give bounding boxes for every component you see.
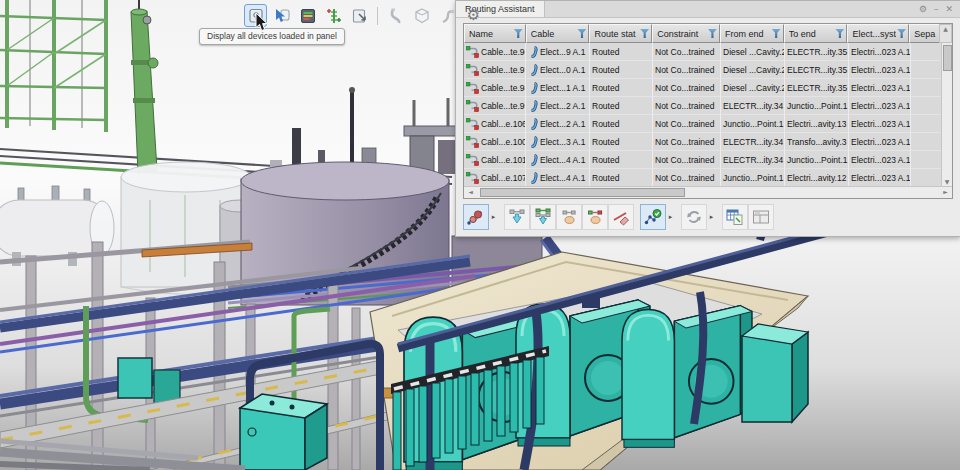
column-header-to-end[interactable]: To end xyxy=(784,24,848,43)
column-header-constraint[interactable]: Constraint xyxy=(652,24,720,43)
cable-route-icon xyxy=(466,136,479,148)
cell-separation xyxy=(911,151,941,169)
dropdown-arrow[interactable]: ▸ xyxy=(666,204,675,230)
erase-route-button[interactable] xyxy=(608,204,634,230)
dropdown-arrow[interactable]: ▸ xyxy=(489,204,498,230)
cell-name: Cabl...e.100 xyxy=(481,137,526,147)
table-row[interactable]: Cabl...e.106 Elect...2 A.1 Routed Not Co… xyxy=(464,115,941,133)
cable-icon xyxy=(528,172,538,184)
horizontal-scroll-thumb[interactable] xyxy=(480,188,685,197)
validate-routes-icon xyxy=(644,208,662,226)
cable-icon xyxy=(528,64,538,76)
cell-cable: Elect...4 A.1 xyxy=(540,173,585,183)
cell-from-end: ELECTR...ity.34 xyxy=(721,151,785,169)
report-view-button[interactable] xyxy=(748,204,774,230)
cable-route-icon xyxy=(466,82,479,94)
cable-route-icon xyxy=(466,100,479,112)
filter-icon[interactable] xyxy=(708,29,717,38)
cell-electrical-system: Electri...023 A.1 xyxy=(849,79,911,97)
viewport-settings-button[interactable]: ⚙ xyxy=(462,4,485,27)
routing-points-button[interactable] xyxy=(322,4,345,27)
select-device-button[interactable] xyxy=(270,4,293,27)
routing-assistant-panel: Routing Assistant ⚙ – ✕ Name Cable Route… xyxy=(455,0,960,237)
connector-tools-button[interactable] xyxy=(436,4,459,27)
cell-separation xyxy=(911,61,941,79)
dropdown-arrow[interactable]: ▸ xyxy=(707,204,716,230)
cell-constraint: Not Co...trained xyxy=(653,97,721,115)
cell-constraint: Not Co...trained xyxy=(653,133,721,151)
cell-to-end: ELECTR...ity.35 xyxy=(785,79,849,97)
cell-constraint: Not Co...trained xyxy=(653,43,721,61)
column-header-route-status[interactable]: Route stat xyxy=(589,24,652,43)
close-icon[interactable]: ✕ xyxy=(945,5,953,14)
cell-to-end: Junctio...Point.1 xyxy=(785,97,849,115)
cell-to-end: Junctio...Point.1 xyxy=(785,151,849,169)
cell-name: Cable...te.99 xyxy=(481,101,526,111)
panel-actions-button[interactable] xyxy=(348,4,371,27)
cell-route-status: Routed xyxy=(590,79,653,97)
cell-separation xyxy=(911,79,941,97)
cell-separation xyxy=(911,43,941,61)
validate-routes-button[interactable] xyxy=(640,204,666,230)
scroll-up-button[interactable]: ▲ xyxy=(939,24,952,43)
scroll-left-button[interactable]: ◄ xyxy=(464,187,477,199)
panel-settings-icon[interactable]: ⚙ xyxy=(919,5,927,14)
column-header-separation[interactable]: Sepa xyxy=(909,24,939,43)
column-header-electrical-system[interactable]: Elect...syste xyxy=(847,24,909,43)
cable-tools-button[interactable] xyxy=(384,4,407,27)
cell-to-end: Electri...avity.12 xyxy=(785,169,849,187)
table-row[interactable]: Cable...te.99 Elect...2 A.1 Routed Not C… xyxy=(464,97,941,115)
table-row[interactable]: Cable...te.97 Elect...0 A.1 Routed Not C… xyxy=(464,61,941,79)
cell-from-end: ELECTR...ity.34 xyxy=(721,97,785,115)
column-header-cable[interactable]: Cable xyxy=(526,24,590,43)
disconnect-ends-button[interactable] xyxy=(582,204,608,230)
scroll-down-button[interactable]: ▼ xyxy=(945,178,950,186)
update-routes-button[interactable] xyxy=(681,204,707,230)
horizontal-scrollbar[interactable]: ◄ ► xyxy=(464,186,952,198)
cable-icon xyxy=(528,136,538,148)
connect-both-ends-button[interactable] xyxy=(504,204,530,230)
vertical-scroll-thumb[interactable] xyxy=(943,45,952,71)
filter-icon[interactable] xyxy=(772,29,781,38)
connect-from-end-button[interactable] xyxy=(530,204,556,230)
routing-table: Name Cable Route stat Constraint From en… xyxy=(463,23,953,199)
cell-from-end: Junctio...Point.1 xyxy=(721,169,785,187)
table-row[interactable]: Cable...te.98 Elect...1 A.1 Routed Not C… xyxy=(464,79,941,97)
filter-icon[interactable] xyxy=(897,29,906,38)
vertical-scrollbar[interactable]: ▼ xyxy=(941,43,952,186)
cell-name: Cabl...e.101 xyxy=(481,155,526,165)
column-header-from-end[interactable]: From end xyxy=(720,24,784,43)
cell-from-end: Diesel ...Cavity.2 xyxy=(721,61,785,79)
table-row[interactable]: Cable...te.96 Elect...9 A.1 Routed Not C… xyxy=(464,43,941,61)
table-row[interactable]: Cabl...e.101 Elect...4 A.1 Routed Not Co… xyxy=(464,151,941,169)
cell-electrical-system: Electri...023 A.1 xyxy=(849,169,911,187)
cell-name: Cabl...e.107 xyxy=(481,173,526,183)
cell-cable: Elect...0 A.1 xyxy=(540,65,585,75)
cable-icon xyxy=(528,118,538,130)
cell-route-status: Routed xyxy=(590,115,653,133)
filter-icon[interactable] xyxy=(514,29,523,38)
filter-icon[interactable] xyxy=(835,29,844,38)
export-table-button[interactable] xyxy=(722,204,748,230)
connect-to-end-button[interactable] xyxy=(556,204,582,230)
filter-icon[interactable] xyxy=(577,29,586,38)
small-cabinet xyxy=(118,358,152,398)
table-row[interactable]: Cabl...e.107 Elect...4 A.1 Routed Not Co… xyxy=(464,169,941,187)
cell-separation xyxy=(911,169,941,187)
export-excel-icon xyxy=(725,207,745,227)
minimize-icon[interactable]: – xyxy=(934,5,939,14)
device-tools-button[interactable] xyxy=(410,4,433,27)
routing-points-icon xyxy=(325,7,343,25)
cable-route-icon xyxy=(466,46,479,58)
cell-cable: Elect...2 A.1 xyxy=(540,101,585,111)
cell-electrical-system: Electri...023 A.1 xyxy=(849,61,911,79)
filter-icon[interactable] xyxy=(640,29,649,38)
cable-route-icon xyxy=(466,154,479,166)
device-panel-button[interactable] xyxy=(296,4,319,27)
toolbar-separator xyxy=(377,7,378,25)
route-display-options-button[interactable] xyxy=(463,204,489,230)
scroll-right-button[interactable]: ► xyxy=(939,187,952,199)
cell-from-end: ELECTR...ity.34 xyxy=(721,133,785,151)
cable-icon xyxy=(387,7,405,25)
table-row[interactable]: Cabl...e.100 Elect...3 A.1 Routed Not Co… xyxy=(464,133,941,151)
